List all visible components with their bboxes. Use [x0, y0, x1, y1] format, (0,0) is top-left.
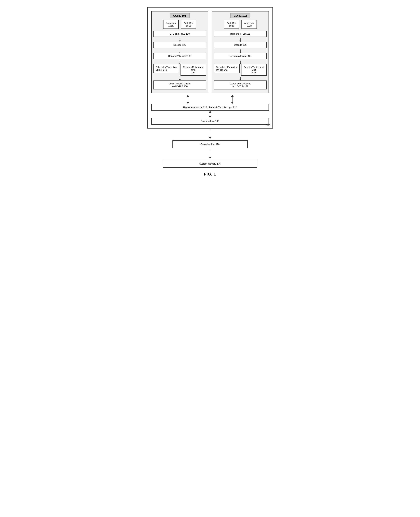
outer-box-label: 100: [266, 124, 270, 127]
core-102-dcache: Lower level D-Cache and D-TLB 151: [214, 81, 267, 90]
core-101-dcache: Lower level D-Cache and D-TLB 150: [153, 81, 206, 90]
diagram: 100 CORE 101 Arch Reg 101a Arch Reg 101b: [147, 7, 273, 177]
core-101-arch-reg-a: Arch Reg 101a: [163, 20, 179, 29]
core-101-rename: Rename/Allocater 130: [153, 53, 206, 59]
core-101-arch-reg-b: Arch Reg 101b: [181, 20, 196, 29]
higher-cache-box: Higher level cache 110 / Prefetch Thrott…: [151, 104, 269, 111]
arrow-sched-dcache-102: [214, 77, 267, 81]
core-101-reorder: Reorder/Retirement Unit 135: [180, 64, 206, 76]
core-101-decode: Decode 125: [153, 42, 206, 48]
core-102-title: CORE 102: [230, 13, 250, 18]
core-102-rename: Rename/Allocater 131: [214, 53, 267, 59]
core-102-title-area: CORE 102: [214, 13, 267, 18]
core-101-title: CORE 101: [170, 13, 190, 18]
arrow-btb-decode-102: [214, 38, 267, 42]
core-102-decode: Decode 126: [214, 42, 267, 48]
arrow-decode-rename-101: [153, 50, 206, 53]
core-102-arch-reg-b: Arch Reg 102b: [241, 20, 257, 29]
core-101-title-area: CORE 101: [153, 13, 206, 18]
page: 100 CORE 101 Arch Reg 101a Arch Reg 101b: [147, 7, 273, 177]
figure-label: FIG. 1: [204, 172, 216, 177]
arrow-controller-memory: [209, 150, 211, 158]
arrow-dcache2-hcache: [231, 95, 233, 104]
arrow-rename-sched-101: [153, 60, 206, 64]
cores-row: CORE 101 Arch Reg 101a Arch Reg 101b BTB…: [151, 11, 269, 93]
bus-interface-box: Bus Interface 105: [151, 118, 269, 125]
core-101-box: CORE 101 Arch Reg 101a Arch Reg 101b BTB…: [151, 11, 208, 93]
core-101-scheduler: Scheduler/Execution Unit(s) 140: [153, 64, 179, 73]
converging-arrows: [151, 95, 269, 104]
arrow-decode-rename-102: [214, 50, 267, 53]
arrow-bus-controller: [209, 130, 211, 139]
core-101-btb-itlb: BTB and I-TLB 120: [153, 31, 206, 37]
arrow-rename-sched-102: [214, 60, 267, 64]
outer-box-100: 100 CORE 101 Arch Reg 101a Arch Reg 101b: [147, 7, 273, 128]
core-102-reorder: Reorder/Retirement Unit 136: [241, 64, 267, 76]
core-101-arch-reg-row: Arch Reg 101a Arch Reg 101b: [153, 20, 206, 29]
core-102-btb-itlb: BTB and I-TLB 121: [214, 31, 267, 37]
system-memory-box: System memory 175: [163, 160, 257, 168]
arrow-btb-decode-101: [153, 38, 206, 42]
core-102-box: CORE 102 Arch Reg 102a Arch Reg 102b BTB…: [212, 11, 269, 93]
arrow-dcache1-hcache: [187, 95, 189, 104]
core-102-scheduler: Scheduler/Execution Unit(s) 141: [214, 64, 240, 73]
arrow-sched-dcache-101: [153, 77, 206, 81]
core-102-arch-reg-a: Arch Reg 102a: [224, 20, 239, 29]
controller-hub-box: Controller hub 170: [172, 140, 248, 148]
core-102-arch-reg-row: Arch Reg 102a Arch Reg 102b: [214, 20, 267, 29]
arrow-hcache-bus: [151, 111, 269, 118]
